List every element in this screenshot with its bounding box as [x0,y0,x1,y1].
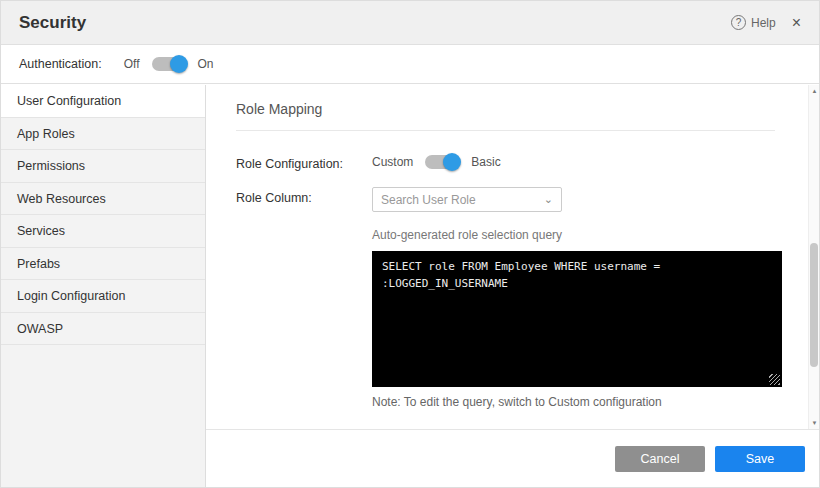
scrollbar-thumb[interactable] [810,243,818,367]
role-configuration-toggle-knob [443,153,461,171]
scroll-down-icon[interactable]: ▼ [809,420,820,426]
query-note: Note: To edit the query, switch to Custo… [372,395,775,409]
header-actions: ? Help × [731,15,801,31]
authentication-toggle[interactable] [152,57,186,71]
role-configuration-row: Role Configuration: Custom Basic [236,153,775,171]
sidebar: User Configuration App Roles Permissions… [1,85,206,487]
vertical-scrollbar[interactable]: ▲ ▼ [808,85,819,429]
sidebar-item-owasp[interactable]: OWASP [1,313,205,346]
page-title: Security [19,13,86,33]
resize-handle-icon[interactable] [769,374,780,385]
role-configuration-basic-label: Basic [471,155,500,169]
sidebar-item-services[interactable]: Services [1,215,205,248]
help-button[interactable]: ? Help [731,15,776,30]
close-icon[interactable]: × [792,15,801,31]
authentication-off-label: Off [124,57,140,71]
help-icon: ? [731,15,746,30]
footer: Cancel Save [206,429,819,487]
scroll-up-icon[interactable]: ▲ [809,88,820,94]
role-configuration-custom-label: Custom [372,155,413,169]
query-label: Auto-generated role selection query [372,228,775,242]
chevron-down-icon: ⌄ [544,193,553,206]
role-mapping-panel: Role Mapping Role Configuration: Custom … [236,101,775,409]
role-configuration-control: Custom Basic [372,153,501,171]
sidebar-item-app-roles[interactable]: App Roles [1,118,205,151]
sidebar-item-prefabs[interactable]: Prefabs [1,248,205,281]
body: User Configuration App Roles Permissions… [1,85,819,487]
authentication-row: Authentication: Off On [1,45,819,84]
security-dialog: Security ? Help × Authentication: Off On… [0,0,820,488]
role-configuration-label: Role Configuration: [236,153,372,171]
sidebar-item-user-configuration[interactable]: User Configuration [1,85,205,118]
query-section: Auto-generated role selection query SELE… [372,228,775,409]
authentication-toggle-knob [170,55,188,73]
sidebar-item-web-resources[interactable]: Web Resources [1,183,205,216]
query-textarea[interactable]: SELECT role FROM Employee WHERE username… [372,251,782,387]
content-area: Role Mapping Role Configuration: Custom … [206,85,819,487]
role-column-label: Role Column: [236,187,372,212]
authentication-label: Authentication: [19,57,102,71]
role-column-select[interactable]: Search User Role ⌄ [372,187,562,212]
sidebar-item-login-configuration[interactable]: Login Configuration [1,280,205,313]
cancel-button[interactable]: Cancel [615,446,705,472]
save-button[interactable]: Save [715,446,805,472]
sidebar-item-permissions[interactable]: Permissions [1,150,205,183]
authentication-on-label: On [198,57,214,71]
role-configuration-toggle[interactable] [425,155,459,169]
section-title: Role Mapping [236,101,775,131]
role-column-select-value: Search User Role [381,193,476,207]
role-column-row: Role Column: Search User Role ⌄ [236,187,775,212]
header: Security ? Help × [1,1,819,45]
help-label: Help [751,16,776,30]
role-column-control: Search User Role ⌄ [372,187,562,212]
